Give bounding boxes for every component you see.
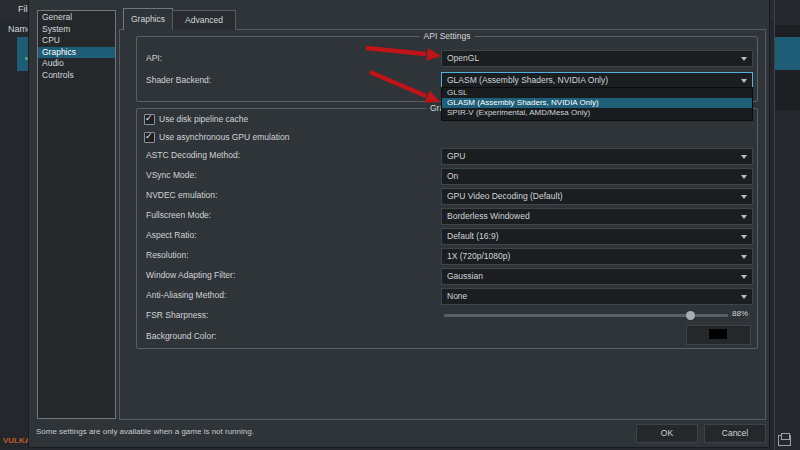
sidebar-item-general[interactable]: General [38, 12, 115, 24]
api-label: API: [146, 53, 162, 63]
game-list-selected-row-right[interactable] [775, 37, 800, 70]
sidebar-item-graphics[interactable]: Graphics [38, 47, 115, 59]
nvdec-emulation-dropdown[interactable]: GPU Video Decoding (Default) [441, 188, 753, 205]
window-adapting-filter-label: Window Adapting Filter: [146, 270, 235, 280]
dropdown-arrow-icon [741, 235, 747, 239]
checkbox-async-gpu-emulation[interactable]: ✓ [144, 132, 155, 143]
popup-item-glasm[interactable]: GLASM (Assembly Shaders, NVIDIA Only) [442, 98, 752, 108]
dropdown-arrow-icon [741, 195, 747, 199]
api-dropdown-value: OpenGL [447, 51, 479, 66]
aspect-ratio-dropdown[interactable]: Default (16:9) [441, 228, 753, 245]
aspect-ratio-label: Aspect Ratio: [146, 230, 197, 240]
background-color-label: Background Color: [146, 331, 216, 341]
resolution-dropdown[interactable]: 1X (720p/1080p) [441, 248, 753, 265]
popup-item-spirv[interactable]: SPIR-V (Experimental, AMD/Mesa Only) [442, 108, 752, 118]
popup-item-glsl[interactable]: GLSL [442, 88, 752, 98]
fsr-slider-handle[interactable] [686, 311, 695, 320]
configuration-dialog: General System CPU Graphics Audio Contro… [28, 0, 770, 448]
resolution-label: Resolution: [146, 250, 189, 260]
api-settings-group-title: API Settings [420, 31, 475, 41]
fullscreen-mode-label: Fullscreen Mode: [146, 210, 211, 220]
background-color-swatch [709, 329, 727, 339]
anti-aliasing-label: Anti-Aliasing Method: [146, 290, 226, 300]
dropdown-arrow-icon [741, 295, 747, 299]
dropdown-arrow-icon [741, 215, 747, 219]
dropdown-arrow-icon [741, 275, 747, 279]
status-backend-label: VULKA [3, 436, 31, 445]
screen: File Name VULKA General System CPU Graph… [0, 0, 800, 450]
checkbox-disk-pipeline-cache-label[interactable]: Use disk pipeline cache [159, 114, 248, 124]
vsync-mode-dropdown[interactable]: On [441, 168, 753, 185]
fullscreen-mode-dropdown[interactable]: Borderless Windowed [441, 208, 753, 225]
fsr-sharpness-value: 88% [732, 309, 748, 318]
vsync-mode-label: VSync Mode: [146, 170, 197, 180]
dropdown-arrow-icon [741, 57, 747, 61]
astc-decoding-label: ASTC Decoding Method: [146, 150, 240, 160]
check-icon: ✓ [145, 131, 153, 141]
shader-backend-label: Shader Backend: [146, 75, 211, 85]
tab-graphics[interactable]: Graphics [123, 8, 173, 30]
game-list-right-strip [774, 0, 800, 450]
dropdown-arrow-icon [741, 255, 747, 259]
api-dropdown[interactable]: OpenGL [441, 50, 753, 67]
ok-button[interactable]: OK [636, 424, 698, 443]
dropdown-arrow-icon [741, 79, 747, 83]
anti-aliasing-dropdown[interactable]: None [441, 288, 753, 305]
sidebar-item-cpu[interactable]: CPU [38, 35, 115, 47]
nvdec-emulation-label: NVDEC emulation: [146, 190, 217, 200]
checkbox-disk-pipeline-cache[interactable]: ✓ [144, 114, 155, 125]
footer-note: Some settings are only available when a … [36, 427, 254, 436]
checkbox-async-gpu-emulation-label[interactable]: Use asynchronous GPU emulation [159, 132, 289, 142]
sidebar-item-audio[interactable]: Audio [38, 58, 115, 70]
sidebar-item-system[interactable]: System [38, 24, 115, 36]
background-color-button[interactable] [686, 325, 751, 345]
sidebar-item-controls[interactable]: Controls [38, 70, 115, 82]
dock-screenshot-icon[interactable] [778, 435, 791, 446]
shader-backend-dropdown-value: GLASM (Assembly Shaders, NVIDIA Only) [447, 73, 608, 88]
cancel-button[interactable]: Cancel [704, 424, 766, 443]
window-adapting-filter-dropdown[interactable]: Gaussian [441, 268, 753, 285]
settings-category-list: General System CPU Graphics Audio Contro… [37, 10, 116, 419]
astc-decoding-dropdown[interactable]: GPU [441, 148, 753, 165]
shader-backend-popup: GLSL GLASM (Assembly Shaders, NVIDIA Onl… [441, 87, 753, 121]
fsr-sharpness-label: FSR Sharpness: [146, 310, 208, 320]
tab-advanced[interactable]: Advanced [172, 10, 236, 30]
dropdown-arrow-icon [741, 155, 747, 159]
check-icon: ✓ [145, 113, 153, 123]
dropdown-arrow-icon [741, 175, 747, 179]
